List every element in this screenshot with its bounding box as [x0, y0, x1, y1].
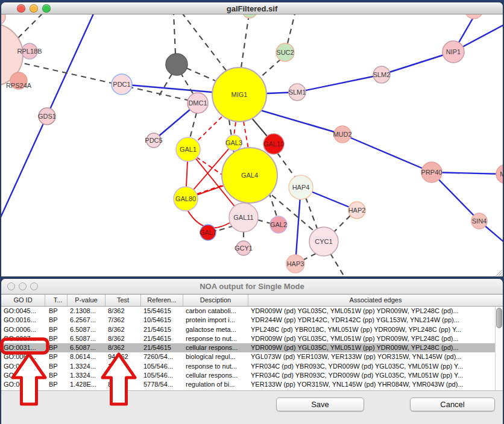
graph-window: galFiltered.sif RPL18BRPS24AGDS1PDC1PDC5…	[1, 2, 503, 276]
table-cell: 21/54615	[141, 325, 183, 334]
table-cell: 11/362	[106, 362, 141, 371]
table-row-5[interactable]: GO:0065...BP8.0614...94/3627260/54...bio…	[1, 352, 503, 361]
graph-window-title: galFiltered.sif	[1, 4, 503, 13]
table-cell: 105/546...	[141, 362, 183, 371]
node-label-gal3: GAL3	[225, 139, 242, 146]
graph-edge	[297, 75, 382, 92]
vertical-scrollbar[interactable]	[495, 307, 503, 390]
node-label-gds1: GDS1	[38, 113, 56, 120]
node-label-mig1: MIG1	[232, 91, 248, 98]
graph-edge	[330, 254, 344, 276]
node-unlabeled-top-green[interactable]	[242, 14, 257, 18]
node-label-gal1: GAL1	[180, 146, 197, 153]
column-header-2[interactable]: P-value	[68, 295, 106, 306]
node-label-nip1: NIP1	[446, 48, 461, 55]
column-header-3[interactable]: Test	[106, 295, 141, 306]
node-label-hap3: HAP3	[287, 260, 304, 267]
table-cell: response to nut...	[183, 362, 248, 371]
table-cell: carbon cataboli...	[183, 307, 248, 316]
button-bar: Save Cancel	[1, 390, 503, 424]
node-label-gcy1: GCY1	[235, 245, 253, 252]
graph-edge	[244, 122, 248, 149]
graph-edge	[183, 14, 226, 70]
graph-edge	[215, 226, 234, 231]
noa-window-titlebar[interactable]: NOA output for Single Mode	[1, 279, 503, 295]
table-cell: GO:0031...	[1, 362, 45, 371]
table-cell: response to nut...	[183, 334, 248, 343]
node-label-msi: MSI	[500, 170, 503, 178]
table-cell: GO:0016...	[1, 316, 45, 325]
table-cell: 1.3324...	[68, 371, 106, 380]
table-cell: 105/546...	[141, 371, 183, 380]
table-row-2[interactable]: GO:0006...BP6.5087...8/36221/54615galact…	[1, 325, 503, 334]
graph-window-titlebar[interactable]: galFiltered.sif	[1, 2, 503, 14]
table-cell: 8.0614...	[68, 352, 106, 361]
column-header-4[interactable]: Referen...	[141, 295, 183, 306]
table-cell: 8/362	[106, 307, 141, 316]
graph-edge	[260, 59, 281, 78]
table-row-0[interactable]: GO:0045...BP2.1308...8/36215/54615carbon…	[1, 307, 503, 316]
table-cell: 11/362	[106, 371, 141, 380]
graph-edge	[180, 72, 194, 95]
table-cell: BP	[45, 316, 68, 325]
graph-edge	[197, 185, 224, 194]
column-header-1[interactable]: T...	[45, 295, 68, 306]
table-cell: 8/362	[106, 325, 141, 334]
table-cell: GO:0031...	[1, 371, 45, 380]
graph-edge	[333, 216, 350, 233]
node-unlabeled-topright[interactable]	[465, 14, 483, 19]
table-row-6[interactable]: GO:0031...BP1.3324...11/362105/546...res…	[1, 362, 503, 371]
table-row-8[interactable]: GO:0050...BP1.428E...80/3625778/54...reg…	[1, 380, 503, 389]
graph-edge	[174, 14, 175, 54]
table-cell: BP	[45, 362, 68, 371]
node-label-gal4: GAL4	[241, 172, 258, 179]
column-header-5[interactable]: Desciption	[183, 295, 248, 306]
save-button[interactable]: Save	[276, 398, 364, 411]
table-body: GO:0045...BP2.1308...8/36215/54615carbon…	[1, 307, 503, 390]
table-cell: YFR034C (pd) YBR093C, YDR009W (pd) YGL03…	[248, 371, 503, 380]
table-cell: 7260/54...	[141, 352, 183, 361]
node-label-sin4: SIN4	[472, 217, 487, 225]
table-cell: YPL248C (pd) YBR018C, YML051W (pp) YDR00…	[248, 325, 503, 334]
table-cell: GO:0050...	[1, 380, 45, 389]
table-cell: regulation of bi...	[183, 380, 248, 389]
table-cell: YER133W (pp) YOR315W, YNL145W (pd) YHR08…	[248, 380, 503, 389]
graph-edge	[303, 254, 316, 260]
node-label-mud2: MUD2	[333, 131, 351, 138]
table-cell: BP	[45, 371, 68, 380]
graph-edge	[257, 220, 271, 223]
table-cell: 6.5087...	[68, 334, 106, 343]
cancel-button[interactable]: Cancel	[410, 398, 495, 411]
table-cell: YFR034C (pd) YBR093C, YDR009W (pd) YGL03…	[248, 362, 503, 371]
node-label-gal11: GAL11	[233, 214, 253, 221]
graph-edge	[15, 61, 190, 101]
node-unlabeled-gray[interactable]	[166, 54, 187, 75]
table-row-1[interactable]: GO:0016...BP6.2567...7/36210/54615protei…	[1, 316, 503, 325]
network-canvas[interactable]: RPL18BRPS24AGDS1PDC1PDC5MIG1SUC2SLM1DMC1…	[1, 14, 503, 276]
table-cell: BP	[45, 380, 68, 389]
graph-edge	[18, 14, 42, 38]
table-row-7[interactable]: GO:0031...BP1.3324...11/362105/546...cel…	[1, 371, 503, 380]
table-row-3[interactable]: GO:0007...BP6.5087...8/36221/54615respon…	[1, 334, 503, 343]
table-cell: 15/54615	[141, 307, 183, 316]
table-cell: 1.428E...	[68, 380, 106, 389]
resize-grip-icon[interactable]	[495, 269, 502, 276]
node-unlabeled-topleft[interactable]	[1, 14, 5, 25]
table-cell: GO:0006...	[1, 325, 45, 334]
column-header-6[interactable]: Associated edges	[248, 295, 503, 306]
table-row-4[interactable]: GO:0031...BP6.5087...8/36221/54615cellul…	[1, 343, 503, 352]
table-cell: BP	[45, 307, 68, 316]
graph-edge	[234, 122, 236, 136]
graph-edge	[190, 113, 197, 138]
node-label-dmc1: DMC1	[188, 99, 207, 107]
scrollbar-thumb[interactable]	[496, 308, 502, 328]
table-cell: YDR009W (pd) YGL035C, YML051W (pp) YDR00…	[248, 343, 503, 352]
node-label-gal7: GAL7	[200, 229, 216, 236]
table-cell: 21/54615	[141, 334, 183, 343]
node-label-rpl18b: RPL18B	[17, 48, 42, 55]
node-label-slm2: SLM2	[373, 71, 391, 78]
graph-edge	[241, 14, 249, 67]
column-header-0[interactable]: GO ID	[1, 295, 45, 306]
table-cell: YDR244W (pp) YDR142C, YDR142C (pp) YGL15…	[248, 316, 503, 325]
node-label-gal2: GAL2	[270, 221, 287, 228]
